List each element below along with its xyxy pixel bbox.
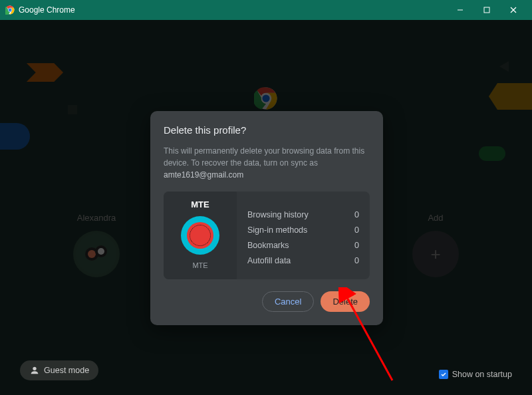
- avatar: [181, 216, 219, 255]
- delete-button[interactable]: Delete: [321, 291, 370, 312]
- minimize-button[interactable]: [447, 0, 473, 20]
- profile-stats: Browsing history0 Sign-in methods0 Bookm…: [237, 192, 370, 279]
- stat-row: Browsing history0: [247, 210, 359, 219]
- stat-row: Bookmarks0: [247, 241, 359, 250]
- profile-subtitle: MTE: [169, 261, 231, 269]
- svg-rect-4: [484, 7, 489, 13]
- guest-mode-button[interactable]: Guest mode: [20, 360, 98, 380]
- profile-name: MTE: [169, 199, 231, 209]
- window-title: Google Chrome: [19, 5, 75, 15]
- svg-point-13: [33, 367, 36, 370]
- show-on-startup-label: Show on startup: [452, 370, 512, 379]
- stat-row: Sign-in methods0: [247, 225, 359, 235]
- stat-row: Autofill data0: [247, 256, 359, 265]
- delete-profile-dialog: Delete this profile? This will permanent…: [150, 111, 383, 325]
- dialog-title: Delete this profile?: [164, 124, 370, 136]
- sync-email: amte1619@gmail.com: [164, 170, 243, 180]
- titlebar: Google Chrome: [0, 0, 532, 20]
- checkbox-icon: [439, 370, 448, 379]
- profile-summary-left: MTE MTE: [164, 192, 237, 279]
- profile-summary-box: MTE MTE Browsing history0 Sign-in method…: [164, 192, 370, 279]
- show-on-startup-checkbox[interactable]: Show on startup: [439, 370, 512, 379]
- person-icon: [29, 365, 40, 376]
- guest-mode-label: Guest mode: [44, 366, 89, 375]
- maximize-button[interactable]: [473, 0, 500, 20]
- svg-point-2: [9, 9, 12, 12]
- chrome-icon: [5, 5, 15, 15]
- dialog-description: This will permanently delete your browsi…: [164, 145, 370, 181]
- cancel-button[interactable]: Cancel: [262, 291, 314, 312]
- close-button[interactable]: [500, 0, 527, 20]
